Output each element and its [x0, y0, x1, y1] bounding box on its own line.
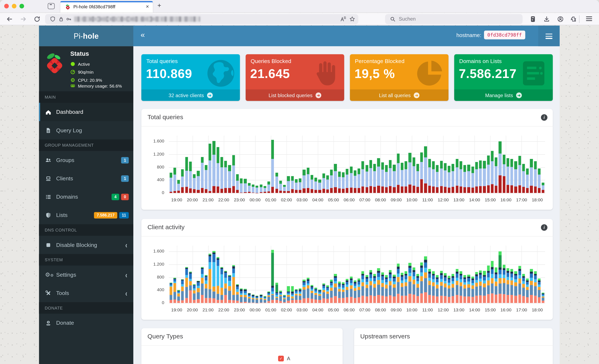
bar-segment-client-6[interactable] [197, 281, 200, 282]
bar-segment-client-4[interactable] [408, 273, 411, 276]
bar-segment-client-3[interactable] [499, 278, 502, 283]
bar-segment-client-2[interactable] [495, 286, 497, 295]
bar-segment-cached[interactable] [538, 169, 541, 175]
bar-segment-client-4[interactable] [397, 274, 400, 277]
bar-segment-cached[interactable] [448, 166, 450, 172]
bar-segment-client-7[interactable] [479, 270, 482, 273]
bar-segment-client-4[interactable] [248, 296, 251, 297]
sidebar-item-lists[interactable]: Lists7.586.21711 [39, 206, 133, 224]
bar-segment-client-1[interactable] [224, 295, 227, 303]
bar-segment-client-4[interactable] [491, 274, 493, 278]
bar-segment-client-4[interactable] [463, 282, 466, 285]
bar-segment-forwarded[interactable] [287, 181, 290, 191]
bar-segment-client-3[interactable] [248, 297, 251, 298]
bar-segment-blocked[interactable] [271, 187, 274, 193]
bar-segment-client-5[interactable] [475, 276, 478, 280]
bar-segment-client-3[interactable] [408, 276, 411, 282]
bar-segment-client-3[interactable] [299, 294, 302, 296]
bar-segment-blocked[interactable] [440, 186, 443, 193]
bar-segment-client-4[interactable] [169, 286, 172, 287]
bar-segment-cached[interactable] [353, 170, 356, 176]
bar-segment-client-2[interactable] [487, 285, 490, 294]
bar-segment-client-6[interactable] [279, 292, 282, 293]
bar-segment-forwarded[interactable] [346, 175, 349, 188]
bar-segment-client-7[interactable] [275, 283, 278, 284]
bar-segment-client-7[interactable] [224, 271, 227, 272]
bar-segment-blocked[interactable] [522, 187, 525, 193]
bar-segment-client-1[interactable] [358, 297, 360, 303]
bar-segment-client-5[interactable] [499, 270, 502, 274]
bar-segment-blocked[interactable] [291, 189, 294, 193]
bar-segment-client-5[interactable] [381, 276, 384, 280]
bar-segment-client-7[interactable] [428, 269, 431, 272]
bar-segment-client-3[interactable] [181, 286, 184, 291]
bar-segment-client-1[interactable] [495, 295, 497, 303]
bar-segment-client-5[interactable] [236, 286, 239, 289]
bar-segment-cached[interactable] [212, 141, 215, 155]
bar-segment-client-2[interactable] [373, 287, 376, 296]
bar-segment-client-6[interactable] [440, 273, 443, 275]
bar-segment-client-7[interactable] [381, 272, 384, 275]
bar-segment-client-6[interactable] [393, 277, 396, 278]
bar-segment-cached[interactable] [463, 165, 466, 172]
bar-segment-cached[interactable] [514, 161, 517, 169]
bar-segment-client-5[interactable] [228, 277, 231, 281]
bar-segment-client-2[interactable] [342, 292, 345, 298]
bar-segment-client-6[interactable] [518, 269, 521, 271]
bar-segment-client-1[interactable] [232, 300, 235, 303]
bar-segment-blocked[interactable] [471, 187, 474, 193]
bar-segment-blocked[interactable] [511, 185, 513, 193]
bar-segment-client-7[interactable] [299, 288, 302, 290]
bar-segment-client-4[interactable] [358, 284, 360, 287]
bar-segment-blocked[interactable] [538, 188, 541, 193]
sidebar-item-tools[interactable]: Tools‹ [39, 284, 133, 302]
bar-segment-client-4[interactable] [385, 282, 388, 285]
sidebar-item-donate[interactable]: $Donate [39, 314, 133, 332]
bar-segment-client-5[interactable] [303, 282, 305, 285]
bar-segment-cached[interactable] [471, 166, 474, 173]
bar-segment-client-1[interactable] [212, 299, 215, 303]
bar-segment-cached[interactable] [459, 161, 462, 169]
bar-segment-client-3[interactable] [471, 285, 474, 289]
bar-segment-client-7[interactable] [534, 271, 537, 274]
bar-segment-client-1[interactable] [350, 297, 352, 303]
bar-segment-client-2[interactable] [377, 284, 380, 295]
bar-segment-blocked[interactable] [358, 188, 360, 193]
bar-segment-cached[interactable] [283, 185, 286, 187]
bar-segment-client-2[interactable] [530, 285, 533, 295]
bar-segment-client-5[interactable] [283, 296, 286, 297]
bar-segment-client-1[interactable] [514, 296, 517, 303]
bar-segment-client-4[interactable] [185, 275, 188, 278]
bar-segment-blocked[interactable] [491, 184, 493, 193]
bar-segment-client-5[interactable] [526, 282, 529, 285]
bar-segment-forwarded[interactable] [448, 172, 450, 187]
bar-segment-client-1[interactable] [283, 302, 286, 303]
bar-segment-client-4[interactable] [452, 281, 454, 284]
bar-segment-client-3[interactable] [169, 286, 172, 295]
bar-segment-blocked[interactable] [240, 193, 243, 193]
bar-segment-client-5[interactable] [487, 273, 490, 277]
bar-segment-client-5[interactable] [264, 297, 266, 298]
bar-segment-forwarded[interactable] [365, 172, 368, 187]
bar-segment-blocked[interactable] [185, 187, 188, 193]
bar-segment-client-2[interactable] [174, 292, 176, 300]
bar-segment-cached[interactable] [295, 179, 298, 183]
bar-segment-client-2[interactable] [436, 288, 439, 297]
bar-segment-client-7[interactable] [530, 269, 533, 272]
bar-segment-cached[interactable] [334, 164, 337, 171]
bar-segment-forwarded[interactable] [303, 176, 305, 188]
bar-segment-client-6[interactable] [401, 275, 404, 277]
bar-segment-client-7[interactable] [177, 290, 180, 291]
bar-segment-client-6[interactable] [264, 297, 266, 297]
bar-segment-client-4[interactable] [346, 285, 349, 287]
bar-segment-forwarded[interactable] [459, 169, 462, 186]
sidebar-item-domains[interactable]: Domains40 [39, 188, 133, 206]
bar-segment-client-5[interactable] [217, 260, 219, 266]
bar-segment-client-4[interactable] [205, 281, 207, 284]
bar-segment-cached[interactable] [220, 157, 223, 167]
bar-segment-forwarded[interactable] [205, 170, 207, 189]
bar-segment-client-3[interactable] [369, 281, 372, 286]
bar-segment-client-2[interactable] [224, 289, 227, 295]
bar-segment-client-2[interactable] [393, 288, 396, 296]
bar-segment-client-7[interactable] [408, 263, 411, 266]
